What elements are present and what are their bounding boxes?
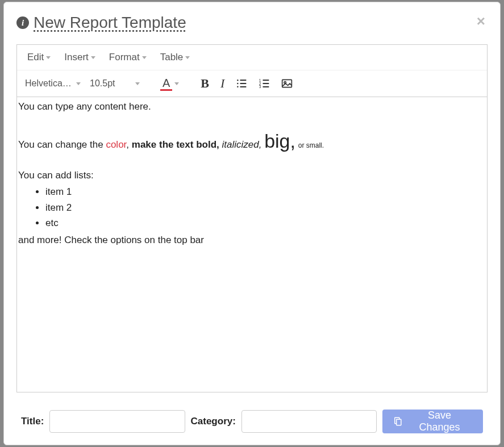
numbered-list-icon: 1 2 3: [259, 78, 270, 89]
chevron-down-icon: [91, 56, 95, 59]
bullet-list-icon: [236, 78, 247, 89]
italic-button[interactable]: I: [216, 74, 229, 93]
svg-point-0: [237, 80, 239, 81]
chevron-down-icon: [135, 82, 140, 85]
info-icon: i: [16, 16, 29, 29]
numbered-list-button[interactable]: 1 2 3: [254, 76, 274, 91]
image-icon: [281, 78, 293, 89]
menu-insert-label: Insert: [64, 52, 89, 63]
title-input[interactable]: [49, 410, 185, 433]
chevron-down-icon: [46, 56, 51, 59]
save-button-label: Save Changes: [406, 410, 473, 433]
color-sample-text: color: [106, 139, 126, 150]
text-color-icon: A: [160, 77, 172, 91]
small-sample-text: or small.: [298, 141, 324, 149]
menu-table[interactable]: Table: [156, 49, 195, 65]
category-input[interactable]: [241, 410, 377, 433]
bold-button[interactable]: B: [196, 74, 214, 93]
content-list: item 1 item 2 etc: [18, 185, 486, 231]
modal-dialog: i New Report Template × Edit Insert Form…: [3, 2, 501, 445]
modal-title: i New Report Template: [16, 14, 186, 32]
svg-point-4: [237, 86, 239, 88]
bullet-list-button[interactable]: [231, 76, 252, 91]
content-line-4: and more! Check the options on the top b…: [18, 233, 486, 248]
category-label: Category:: [191, 416, 236, 427]
big-sample-text: big,: [264, 130, 295, 152]
editor-wrapper: Edit Insert Format Table Helvetica…: [16, 44, 488, 392]
font-family-value: Helvetica…: [25, 78, 73, 89]
content-line-1: You can type any content here.: [18, 99, 486, 114]
list-item: item 1: [45, 185, 486, 199]
save-button[interactable]: Save Changes: [382, 410, 483, 433]
menu-format[interactable]: Format: [105, 49, 151, 65]
text-color-button[interactable]: A: [156, 74, 184, 93]
content-line-3: You can add lists:: [18, 168, 486, 183]
chevron-down-icon: [76, 82, 81, 85]
svg-rect-15: [397, 419, 401, 425]
copy-icon: [393, 416, 403, 427]
font-size-value: 10.5pt: [90, 78, 132, 89]
list-item: etc: [45, 216, 486, 231]
menu-format-label: Format: [109, 52, 140, 63]
menu-edit[interactable]: Edit: [23, 49, 55, 65]
close-button[interactable]: ×: [474, 14, 488, 28]
editor-content[interactable]: You can type any content here. You can c…: [17, 97, 487, 392]
svg-text:3: 3: [259, 85, 261, 89]
editor-menubar: Edit Insert Format Table: [17, 45, 487, 70]
content-line-2: You can change the color, make the text …: [18, 127, 486, 156]
svg-point-2: [237, 83, 239, 85]
editor-toolbar: Helvetica… 10.5pt A B I: [17, 70, 487, 97]
italic-sample-text: italicized,: [222, 139, 262, 150]
list-item: item 2: [45, 200, 486, 215]
font-size-select[interactable]: 10.5pt: [86, 76, 143, 91]
chevron-down-icon: [142, 56, 147, 59]
title-label: Title:: [21, 416, 44, 427]
modal-title-text: New Report Template: [34, 14, 186, 32]
menu-insert[interactable]: Insert: [60, 49, 100, 65]
chevron-down-icon: [174, 82, 179, 85]
menu-edit-label: Edit: [27, 52, 44, 63]
font-family-select[interactable]: Helvetica…: [22, 76, 84, 91]
modal-header: i New Report Template ×: [16, 14, 488, 32]
modal-footer: Title: Category: Save Changes: [16, 410, 488, 433]
bold-sample-text: make the text bold,: [132, 139, 219, 150]
insert-image-button[interactable]: [277, 76, 297, 91]
menu-table-label: Table: [160, 52, 184, 63]
chevron-down-icon: [185, 56, 190, 59]
